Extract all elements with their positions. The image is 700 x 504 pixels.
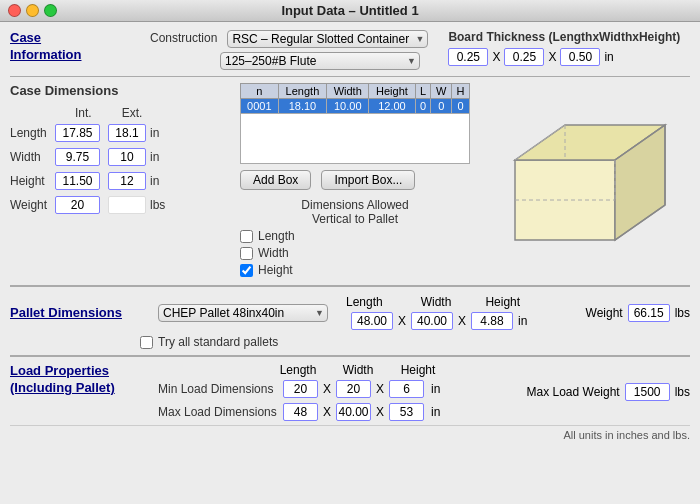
cell-width: 10.00 xyxy=(327,99,369,114)
pallet-select[interactable]: CHEP Pallet 48inx40in xyxy=(158,304,328,322)
minimize-button[interactable] xyxy=(26,4,39,17)
col-width: Width xyxy=(327,84,369,99)
add-box-button[interactable]: Add Box xyxy=(240,170,311,190)
length-int-input[interactable] xyxy=(55,124,100,142)
width-ext-input[interactable] xyxy=(108,148,146,166)
checkbox-row-height: Height xyxy=(240,263,470,277)
max-height-input[interactable] xyxy=(389,403,424,421)
cell-length: 18.10 xyxy=(278,99,327,114)
cell-n: 0001 xyxy=(241,99,279,114)
thickness-length-input[interactable] xyxy=(448,48,488,66)
height-checkbox-label: Height xyxy=(258,263,293,277)
width-int-input[interactable] xyxy=(55,148,100,166)
max-weight-input[interactable] xyxy=(625,383,670,401)
min-height-input[interactable] xyxy=(389,380,424,398)
pallet-width-input[interactable] xyxy=(411,312,453,330)
flute-wrapper[interactable]: 125–250#B Flute xyxy=(220,52,420,70)
max-width-input[interactable] xyxy=(336,403,371,421)
box-svg xyxy=(485,100,675,260)
maximize-button[interactable] xyxy=(44,4,57,17)
cell-h: 0 xyxy=(452,99,470,114)
table-buttons: Add Box Import Box... xyxy=(240,170,470,190)
box-table: n Length Width Height L W H 0001 18.10 1… xyxy=(240,83,470,164)
max-length-input[interactable] xyxy=(283,403,318,421)
cell-l: 0 xyxy=(415,99,431,114)
pallet-weight-input[interactable] xyxy=(628,304,670,322)
col-h: H xyxy=(452,84,470,99)
try-pallets-row: Try all standard pallets xyxy=(140,335,690,349)
try-pallets-checkbox[interactable] xyxy=(140,336,153,349)
dims-allowed-title: Dimensions Allowed Vertical to Pallet xyxy=(240,198,470,226)
width-label: Width xyxy=(10,150,55,164)
construction-type-select[interactable]: RSC – Regular Slotted Container xyxy=(227,30,428,48)
try-pallets-label: Try all standard pallets xyxy=(158,335,278,349)
height-label: Height xyxy=(10,174,55,188)
dim-header: Int. Ext. xyxy=(75,106,230,120)
thickness-unit: in xyxy=(604,50,613,64)
table-row[interactable]: 0001 18.10 10.00 12.00 0 0 0 xyxy=(241,99,470,114)
dim-row-width: Width in xyxy=(10,148,230,166)
load-dims-area: Length Width Height Min Load Dimensions … xyxy=(158,363,440,421)
thickness-values: X X in xyxy=(448,48,680,66)
pallet-section: Pallet Dimensions CHEP Pallet 48inx40in … xyxy=(10,285,690,349)
main-content: Case Information Construction RSC – Regu… xyxy=(0,22,700,504)
case-info-label: Case Information xyxy=(10,30,120,64)
pallet-dimensions-label: Pallet Dimensions xyxy=(10,305,140,320)
import-box-button[interactable]: Import Box... xyxy=(321,170,415,190)
width-checkbox-label: Width xyxy=(258,246,289,260)
construction-section: Construction RSC – Regular Slotted Conta… xyxy=(150,30,428,70)
min-length-input[interactable] xyxy=(283,380,318,398)
pallet-select-wrapper[interactable]: CHEP Pallet 48inx40in xyxy=(158,304,328,322)
col-l: L xyxy=(415,84,431,99)
dims-allowed: Dimensions Allowed Vertical to Pallet Le… xyxy=(240,198,470,277)
pallet-row: Pallet Dimensions CHEP Pallet 48inx40in … xyxy=(10,295,690,330)
window-controls[interactable] xyxy=(8,4,57,17)
max-load-weight: Max Load Weight lbs xyxy=(526,383,690,401)
close-button[interactable] xyxy=(8,4,21,17)
dim-row-length: Length in xyxy=(10,124,230,142)
height-int-input[interactable] xyxy=(55,172,100,190)
thickness-width-input[interactable] xyxy=(504,48,544,66)
max-load-row: Max Load Dimensions X X in xyxy=(158,403,440,421)
load-properties-label: Load Properties (Including Pallet) xyxy=(10,363,140,397)
length-label: Length xyxy=(10,126,55,140)
width-checkbox[interactable] xyxy=(240,247,253,260)
flute-select[interactable]: 125–250#B Flute xyxy=(220,52,420,70)
cell-w: 0 xyxy=(431,99,452,114)
weight-int-input[interactable] xyxy=(55,196,100,214)
pallet-dims: X X in xyxy=(351,312,527,330)
board-thickness-section: Board Thickness (LengthxWidthxHeight) X … xyxy=(448,30,680,66)
max-label: Max Load Dimensions xyxy=(158,405,278,419)
title-bar: Input Data – Untitled 1 xyxy=(0,0,700,22)
height-checkbox[interactable] xyxy=(240,264,253,277)
top-section: Case Information Construction RSC – Regu… xyxy=(10,30,690,77)
min-load-row: Min Load Dimensions X X in xyxy=(158,380,440,398)
length-ext-input[interactable] xyxy=(108,124,146,142)
pallet-length-input[interactable] xyxy=(351,312,393,330)
dim-row-height: Height in xyxy=(10,172,230,190)
box-3d-illustration xyxy=(480,83,680,277)
dim-left: Case Dimensions Int. Ext. Length in Widt… xyxy=(10,83,230,277)
length-checkbox[interactable] xyxy=(240,230,253,243)
col-n: n xyxy=(241,84,279,99)
col-length: Length xyxy=(278,84,327,99)
checkbox-row-width: Width xyxy=(240,246,470,260)
min-label: Min Load Dimensions xyxy=(158,382,278,396)
case-dimensions-section: Case Dimensions Int. Ext. Length in Widt… xyxy=(10,83,690,277)
cell-height: 12.00 xyxy=(369,99,415,114)
table-and-controls: n Length Width Height L W H 0001 18.10 1… xyxy=(240,83,470,277)
thickness-x1: X xyxy=(492,50,500,64)
window-title: Input Data – Untitled 1 xyxy=(281,3,418,18)
thickness-x2: X xyxy=(548,50,556,64)
min-width-input[interactable] xyxy=(336,380,371,398)
board-thickness-label: Board Thickness (LengthxWidthxHeight) xyxy=(448,30,680,44)
pallet-height-input[interactable] xyxy=(471,312,513,330)
height-ext-input[interactable] xyxy=(108,172,146,190)
dim-row-weight: Weight lbs xyxy=(10,196,230,214)
load-row: Load Properties (Including Pallet) Lengt… xyxy=(10,363,690,421)
col-w: W xyxy=(431,84,452,99)
load-section: Load Properties (Including Pallet) Lengt… xyxy=(10,355,690,421)
thickness-height-input[interactable] xyxy=(560,48,600,66)
construction-type-wrapper[interactable]: RSC – Regular Slotted Container xyxy=(227,30,428,48)
footer-note: All units in inches and lbs. xyxy=(10,425,690,441)
